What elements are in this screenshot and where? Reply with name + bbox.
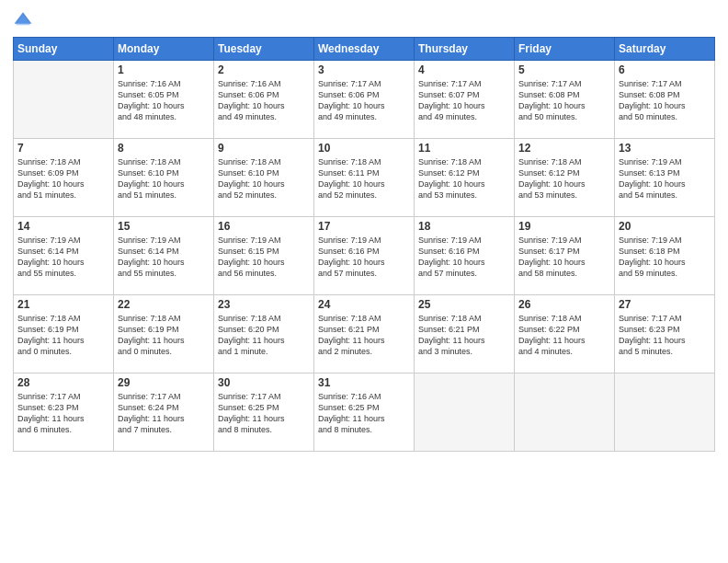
day-number: 5 xyxy=(518,63,610,76)
day-number: 3 xyxy=(318,63,410,76)
day-cell: 4Sunrise: 7:17 AM Sunset: 6:07 PM Daylig… xyxy=(415,61,515,139)
day-number: 27 xyxy=(619,298,711,311)
day-number: 18 xyxy=(418,220,510,233)
day-info: Sunrise: 7:18 AM Sunset: 6:21 PM Dayligh… xyxy=(318,313,410,358)
day-cell xyxy=(615,373,715,452)
day-number: 16 xyxy=(218,220,310,233)
day-info: Sunrise: 7:17 AM Sunset: 6:07 PM Dayligh… xyxy=(418,78,510,123)
day-info: Sunrise: 7:19 AM Sunset: 6:16 PM Dayligh… xyxy=(418,235,510,280)
day-cell: 21Sunrise: 7:18 AM Sunset: 6:19 PM Dayli… xyxy=(14,295,114,373)
weekday-header-saturday: Saturday xyxy=(615,38,715,61)
day-cell: 7Sunrise: 7:18 AM Sunset: 6:09 PM Daylig… xyxy=(14,139,114,217)
day-info: Sunrise: 7:17 AM Sunset: 6:23 PM Dayligh… xyxy=(17,391,109,436)
day-number: 13 xyxy=(619,142,711,155)
day-cell: 2Sunrise: 7:16 AM Sunset: 6:06 PM Daylig… xyxy=(214,61,314,139)
day-number: 10 xyxy=(318,142,410,155)
day-number: 9 xyxy=(218,142,310,155)
weekday-header-thursday: Thursday xyxy=(415,38,515,61)
day-number: 31 xyxy=(318,376,410,389)
day-cell: 12Sunrise: 7:18 AM Sunset: 6:12 PM Dayli… xyxy=(515,139,615,217)
day-cell: 6Sunrise: 7:17 AM Sunset: 6:08 PM Daylig… xyxy=(615,61,715,139)
day-number: 17 xyxy=(318,220,410,233)
day-number: 12 xyxy=(518,142,610,155)
day-info: Sunrise: 7:18 AM Sunset: 6:10 PM Dayligh… xyxy=(118,156,210,201)
week-row-5: 28Sunrise: 7:17 AM Sunset: 6:23 PM Dayli… xyxy=(14,373,715,452)
logo-icon xyxy=(13,9,33,29)
day-info: Sunrise: 7:19 AM Sunset: 6:17 PM Dayligh… xyxy=(518,235,610,280)
day-info: Sunrise: 7:18 AM Sunset: 6:19 PM Dayligh… xyxy=(17,313,109,358)
page: SundayMondayTuesdayWednesdayThursdayFrid… xyxy=(0,0,728,563)
day-info: Sunrise: 7:17 AM Sunset: 6:08 PM Dayligh… xyxy=(619,78,711,123)
day-info: Sunrise: 7:19 AM Sunset: 6:16 PM Dayligh… xyxy=(318,235,410,280)
day-number: 20 xyxy=(619,220,711,233)
day-cell xyxy=(415,373,515,452)
day-cell xyxy=(14,61,114,139)
day-cell: 19Sunrise: 7:19 AM Sunset: 6:17 PM Dayli… xyxy=(515,217,615,295)
day-number: 28 xyxy=(17,376,109,389)
day-number: 15 xyxy=(118,220,210,233)
day-info: Sunrise: 7:18 AM Sunset: 6:09 PM Dayligh… xyxy=(17,156,109,201)
week-row-1: 1Sunrise: 7:16 AM Sunset: 6:05 PM Daylig… xyxy=(14,61,715,139)
day-info: Sunrise: 7:16 AM Sunset: 6:05 PM Dayligh… xyxy=(118,78,210,123)
day-cell: 27Sunrise: 7:17 AM Sunset: 6:23 PM Dayli… xyxy=(615,295,715,373)
week-row-3: 14Sunrise: 7:19 AM Sunset: 6:14 PM Dayli… xyxy=(14,217,715,295)
weekday-header-monday: Monday xyxy=(114,38,214,61)
day-info: Sunrise: 7:19 AM Sunset: 6:18 PM Dayligh… xyxy=(619,235,711,280)
day-info: Sunrise: 7:18 AM Sunset: 6:11 PM Dayligh… xyxy=(318,156,410,201)
day-cell xyxy=(515,373,615,452)
day-cell: 9Sunrise: 7:18 AM Sunset: 6:10 PM Daylig… xyxy=(214,139,314,217)
day-number: 24 xyxy=(318,298,410,311)
day-cell: 15Sunrise: 7:19 AM Sunset: 6:14 PM Dayli… xyxy=(114,217,214,295)
day-info: Sunrise: 7:18 AM Sunset: 6:21 PM Dayligh… xyxy=(418,313,510,358)
day-info: Sunrise: 7:17 AM Sunset: 6:06 PM Dayligh… xyxy=(318,78,410,123)
day-cell: 31Sunrise: 7:16 AM Sunset: 6:25 PM Dayli… xyxy=(314,373,415,452)
day-cell: 16Sunrise: 7:19 AM Sunset: 6:15 PM Dayli… xyxy=(214,217,314,295)
day-info: Sunrise: 7:18 AM Sunset: 6:20 PM Dayligh… xyxy=(218,313,310,358)
weekday-header-sunday: Sunday xyxy=(14,38,114,61)
day-cell: 14Sunrise: 7:19 AM Sunset: 6:14 PM Dayli… xyxy=(14,217,114,295)
day-number: 30 xyxy=(218,376,310,389)
day-number: 22 xyxy=(118,298,210,311)
day-number: 26 xyxy=(518,298,610,311)
day-info: Sunrise: 7:18 AM Sunset: 6:10 PM Dayligh… xyxy=(218,156,310,201)
day-info: Sunrise: 7:16 AM Sunset: 6:25 PM Dayligh… xyxy=(318,391,410,436)
day-info: Sunrise: 7:18 AM Sunset: 6:22 PM Dayligh… xyxy=(518,313,610,358)
day-cell: 5Sunrise: 7:17 AM Sunset: 6:08 PM Daylig… xyxy=(515,61,615,139)
weekday-header-wednesday: Wednesday xyxy=(314,38,415,61)
day-number: 2 xyxy=(218,63,310,76)
weekday-header-row: SundayMondayTuesdayWednesdayThursdayFrid… xyxy=(14,38,715,61)
calendar: SundayMondayTuesdayWednesdayThursdayFrid… xyxy=(13,37,715,452)
logo xyxy=(13,9,35,29)
day-number: 14 xyxy=(17,220,109,233)
day-cell: 13Sunrise: 7:19 AM Sunset: 6:13 PM Dayli… xyxy=(615,139,715,217)
day-number: 29 xyxy=(118,376,210,389)
day-cell: 30Sunrise: 7:17 AM Sunset: 6:25 PM Dayli… xyxy=(214,373,314,452)
week-row-4: 21Sunrise: 7:18 AM Sunset: 6:19 PM Dayli… xyxy=(14,295,715,373)
day-cell: 8Sunrise: 7:18 AM Sunset: 6:10 PM Daylig… xyxy=(114,139,214,217)
day-cell: 23Sunrise: 7:18 AM Sunset: 6:20 PM Dayli… xyxy=(214,295,314,373)
day-info: Sunrise: 7:18 AM Sunset: 6:12 PM Dayligh… xyxy=(518,156,610,201)
day-number: 8 xyxy=(118,142,210,155)
day-cell: 28Sunrise: 7:17 AM Sunset: 6:23 PM Dayli… xyxy=(14,373,114,452)
weekday-header-tuesday: Tuesday xyxy=(214,38,314,61)
weekday-header-friday: Friday xyxy=(515,38,615,61)
day-number: 7 xyxy=(17,142,109,155)
day-number: 4 xyxy=(418,63,510,76)
day-number: 21 xyxy=(17,298,109,311)
day-number: 1 xyxy=(118,63,210,76)
day-number: 25 xyxy=(418,298,510,311)
day-info: Sunrise: 7:19 AM Sunset: 6:14 PM Dayligh… xyxy=(118,235,210,280)
day-cell: 26Sunrise: 7:18 AM Sunset: 6:22 PM Dayli… xyxy=(515,295,615,373)
day-cell: 3Sunrise: 7:17 AM Sunset: 6:06 PM Daylig… xyxy=(314,61,415,139)
day-number: 11 xyxy=(418,142,510,155)
header xyxy=(13,9,715,29)
day-cell: 22Sunrise: 7:18 AM Sunset: 6:19 PM Dayli… xyxy=(114,295,214,373)
day-info: Sunrise: 7:18 AM Sunset: 6:12 PM Dayligh… xyxy=(418,156,510,201)
day-cell: 17Sunrise: 7:19 AM Sunset: 6:16 PM Dayli… xyxy=(314,217,415,295)
day-cell: 29Sunrise: 7:17 AM Sunset: 6:24 PM Dayli… xyxy=(114,373,214,452)
day-cell: 25Sunrise: 7:18 AM Sunset: 6:21 PM Dayli… xyxy=(415,295,515,373)
day-cell: 18Sunrise: 7:19 AM Sunset: 6:16 PM Dayli… xyxy=(415,217,515,295)
day-number: 19 xyxy=(518,220,610,233)
day-number: 23 xyxy=(218,298,310,311)
day-info: Sunrise: 7:19 AM Sunset: 6:13 PM Dayligh… xyxy=(619,156,711,201)
